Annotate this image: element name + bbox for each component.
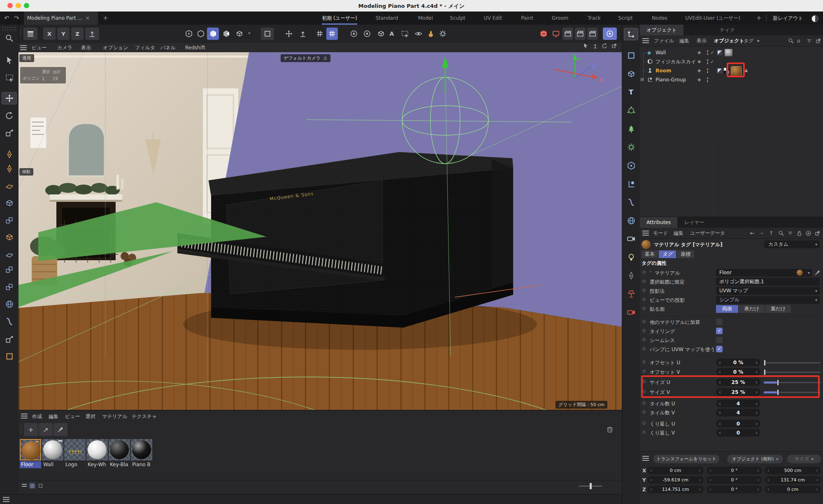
- orbit-icon[interactable]: [602, 43, 608, 49]
- square-spline-button[interactable]: [624, 49, 638, 62]
- enabled-check-icon[interactable]: [710, 50, 714, 55]
- projection-dropdown[interactable]: UVW マップ: [716, 287, 820, 295]
- polygon-mode-button[interactable]: [207, 28, 219, 40]
- layout-tab-track[interactable]: Track: [588, 12, 600, 25]
- visibility-dots[interactable]: [707, 77, 709, 83]
- om-filter-icon[interactable]: [805, 37, 813, 44]
- zoom-updown-icon[interactable]: [592, 43, 598, 49]
- redo-icon[interactable]: ↷: [14, 12, 19, 25]
- key-diamond-icon[interactable]: [642, 327, 646, 333]
- viewport-menu-redshift[interactable]: Redshift: [185, 43, 205, 52]
- viewport-menu-display[interactable]: 表示: [81, 43, 91, 52]
- layout-tab-paint[interactable]: Paint: [521, 12, 533, 25]
- side-back-button[interactable]: 裏だけ: [765, 305, 791, 313]
- render-region-button[interactable]: [563, 28, 573, 40]
- add-layout-icon[interactable]: +: [756, 12, 762, 25]
- layout-tab-sculpt[interactable]: Sculpt: [450, 12, 465, 25]
- layout-tab-nodes[interactable]: Nodes: [652, 12, 667, 25]
- cube-primitive-tool[interactable]: [2, 197, 17, 209]
- subdivision-button[interactable]: [376, 28, 386, 40]
- cube-object-button[interactable]: [624, 68, 638, 80]
- volume-hexagon-button[interactable]: [624, 160, 638, 172]
- object-row-wall[interactable]: ◈ Wall: [640, 48, 823, 57]
- viewport-zoom-tool[interactable]: [2, 32, 17, 44]
- polygon-selection-tag[interactable]: [717, 50, 723, 55]
- attr-search-icon[interactable]: [777, 229, 785, 237]
- grid-view-icon[interactable]: ⊞: [29, 483, 35, 489]
- seamless-checkbox[interactable]: [716, 337, 723, 343]
- material-menu-material[interactable]: マテリアル: [102, 412, 127, 421]
- spline-ribbon-button[interactable]: [624, 196, 638, 208]
- view-proj-dropdown[interactable]: シンプル: [716, 296, 820, 304]
- key-diamond-icon[interactable]: [642, 336, 646, 342]
- position-y-field[interactable]: -59.619 cm: [647, 476, 704, 484]
- live-select-tool[interactable]: [2, 54, 17, 67]
- mode-more-icon[interactable]: ▸: [249, 30, 251, 35]
- burn-button[interactable]: [427, 28, 435, 40]
- om-menu-file[interactable]: ファイル: [654, 35, 674, 46]
- section-tab-coords[interactable]: 座標: [677, 250, 694, 258]
- tiling-checkbox[interactable]: [716, 328, 723, 334]
- reset-transform-button[interactable]: トランスフォームをリセット: [653, 455, 719, 463]
- boole-tool[interactable]: [2, 281, 17, 293]
- enabled-check-icon[interactable]: [710, 59, 714, 65]
- measure-tool[interactable]: [2, 333, 17, 345]
- palette-grip[interactable]: [2, 26, 16, 30]
- layer-icon[interactable]: [697, 68, 701, 73]
- triangle-tag-icon[interactable]: ▲: [744, 67, 748, 73]
- dynamics-gear-button[interactable]: [624, 141, 638, 153]
- om-menu-view[interactable]: 表示: [697, 35, 707, 46]
- new-layout-button[interactable]: 新レイアウト: [773, 12, 803, 25]
- layer-stack-button[interactable]: [23, 28, 37, 40]
- undo-icon[interactable]: ↶: [4, 12, 9, 25]
- render-settings-button[interactable]: [587, 28, 598, 40]
- snap-grid-button[interactable]: [314, 28, 325, 40]
- layout-tab-script[interactable]: Script: [618, 12, 633, 25]
- key-diamond-icon[interactable]: [642, 345, 646, 351]
- om-menu-tags[interactable]: タグ: [744, 35, 754, 46]
- loop-selection-button[interactable]: [361, 28, 373, 40]
- light-object-button[interactable]: [624, 251, 638, 264]
- layout-toggle-icon[interactable]: [811, 15, 818, 22]
- tab-layers[interactable]: レイヤー: [678, 217, 711, 228]
- material-link-field[interactable]: Floor: [716, 269, 812, 277]
- om-menu-more-icon[interactable]: ▸: [758, 35, 760, 46]
- sketch-material-button[interactable]: [624, 270, 638, 282]
- attr-filter-icon[interactable]: [786, 229, 794, 237]
- material-menu-select[interactable]: 選択: [86, 412, 95, 421]
- render-to-picture-viewer-button[interactable]: [551, 28, 561, 40]
- quantize-grid-button[interactable]: [326, 28, 338, 40]
- layout-tab-model[interactable]: Model: [418, 12, 433, 25]
- material-thumb-keybla[interactable]: [109, 439, 130, 460]
- om-menu-objects[interactable]: オブジェクト: [714, 35, 744, 46]
- vegetation-button[interactable]: [624, 123, 638, 135]
- material-menu-edit[interactable]: 編集: [49, 412, 58, 421]
- attr-menu-mode[interactable]: モード: [653, 228, 668, 238]
- material-tag-wall[interactable]: [725, 49, 732, 56]
- simulation-sphere-button[interactable]: [624, 104, 638, 117]
- add-document-tab-icon[interactable]: +: [103, 12, 108, 25]
- pick-material-icon[interactable]: [53, 423, 67, 436]
- material-toolbar-grip[interactable]: [20, 424, 22, 435]
- axis-x-lock-button[interactable]: X: [43, 28, 56, 40]
- viewport-menu-panel[interactable]: パネル: [160, 43, 176, 52]
- select-tool[interactable]: [2, 72, 17, 84]
- add-material-checkbox[interactable]: [716, 319, 723, 325]
- close-tab-icon[interactable]: ×: [86, 15, 90, 21]
- material-thumb-keywh[interactable]: [86, 439, 108, 460]
- load-material-icon[interactable]: ↗: [39, 423, 53, 436]
- material-menu-texture[interactable]: テクスチャ: [132, 412, 157, 421]
- pan-hand-icon[interactable]: [583, 43, 589, 49]
- tiles-v-spinner[interactable]: 4: [716, 409, 760, 416]
- attr-menu-userdata[interactable]: ユーザーデータ: [690, 228, 725, 238]
- offset-v-slider-handle[interactable]: [764, 369, 766, 375]
- scale-y-field[interactable]: 131.74 cm: [765, 476, 821, 484]
- visibility-dots[interactable]: [707, 50, 709, 55]
- attr-menu-icon[interactable]: [642, 231, 649, 236]
- coord-menu-icon[interactable]: [642, 456, 649, 461]
- material-label-logo[interactable]: Logo: [64, 461, 86, 468]
- material-label-keywh[interactable]: Key-Wh: [86, 461, 108, 468]
- section-tab-basic[interactable]: 基本: [642, 250, 658, 258]
- coordinate-space-dropdown[interactable]: オブジェクト (相対): [727, 455, 783, 463]
- workplane-button[interactable]: [283, 28, 295, 40]
